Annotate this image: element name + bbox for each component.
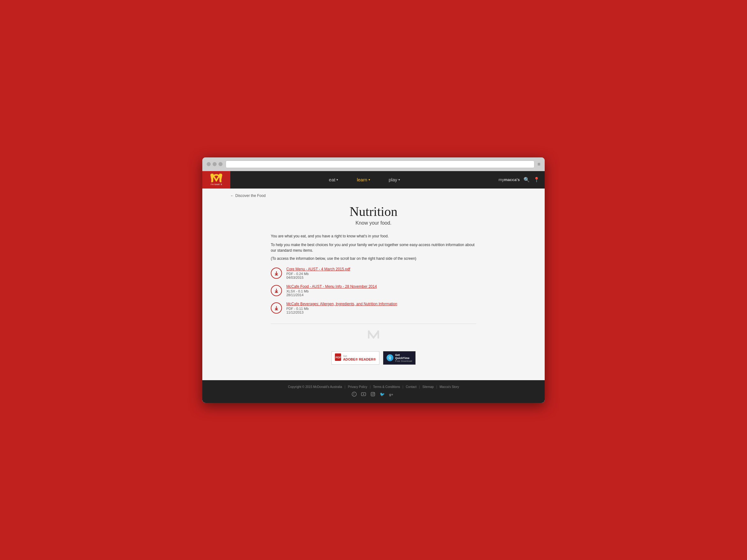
nav-item-eat[interactable]: eat ▾ xyxy=(329,177,338,182)
breadcrumb-arrow: ← xyxy=(230,193,234,198)
footer-link-sitemap[interactable]: Sitemap xyxy=(422,385,434,389)
adobe-text: Get ADOBE® READER® xyxy=(343,355,376,361)
nav-learn-chevron: ▾ xyxy=(368,178,370,181)
download-icon-1 xyxy=(271,268,282,279)
nav-play-label: play xyxy=(389,177,397,182)
quicktime-badge[interactable]: Q Get QuickTime Free Download xyxy=(383,351,415,365)
svg-point-14 xyxy=(374,393,375,393)
page-title: Nutrition xyxy=(230,204,517,219)
download-meta-3: PDF - 0.11 Mb 11/12/2013 xyxy=(286,307,397,314)
scroll-note: (To access the information below, use th… xyxy=(271,256,476,261)
download-link-1[interactable]: Core Menu - AUST - 4 March 2015.pdf xyxy=(286,267,350,271)
download-details-3: McCafe Beverages: Allergen, Ingredients,… xyxy=(286,302,397,314)
mymaccas-label[interactable]: mymacca's xyxy=(499,177,520,182)
location-icon[interactable]: 📍 xyxy=(534,177,540,183)
download-icon-2 xyxy=(271,285,282,296)
twitter-icon[interactable]: 🐦 xyxy=(380,392,385,398)
intro-text-1: You are what you eat, and you have a rig… xyxy=(271,233,476,239)
download-meta-2: XLSX - 0.1 Mb 28/11/2014 xyxy=(286,289,377,297)
address-bar[interactable] xyxy=(226,161,535,168)
mcdonalds-arches-svg xyxy=(210,174,222,182)
footer-copyright: Copyright © 2015 McDonald's Australia xyxy=(288,385,342,389)
adobe-main: ADOBE® READER® xyxy=(343,357,376,361)
nav-links: eat ▾ learn ▾ play ▾ xyxy=(230,171,499,189)
youtube-icon[interactable] xyxy=(361,392,366,398)
intro-text-2: To help you make the best choices for yo… xyxy=(271,242,476,253)
qt-main: QuickTime xyxy=(395,356,412,359)
download-meta-1: PDF - 0.24 Mb 04/03/2015 xyxy=(286,272,350,279)
nav-eat-label: eat xyxy=(329,177,336,182)
nav-right: mymacca's 🔍 📍 xyxy=(499,171,545,189)
footer-links: Copyright © 2015 McDonald's Australia | … xyxy=(207,385,540,389)
site-navigation: i'm lovin' it eat ▾ learn ▾ play ▾ myma xyxy=(202,171,545,189)
divider-arches xyxy=(271,324,476,345)
download-details-2: McCafe Food - AUST - Menu Info - 28 Nove… xyxy=(286,284,377,297)
download-link-2[interactable]: McCafe Food - AUST - Menu Info - 28 Nove… xyxy=(286,284,377,289)
browser-traffic-lights xyxy=(207,162,223,166)
quicktime-icon: Q xyxy=(387,354,393,361)
main-content: ← Discover the Food Nutrition Know your … xyxy=(202,189,545,380)
footer-link-privacy[interactable]: Privacy Policy xyxy=(348,385,367,389)
page-body: You are what you eat, and you have a rig… xyxy=(271,233,476,365)
breadcrumb-label: Discover the Food xyxy=(235,193,265,198)
adobe-icon: PDF xyxy=(335,353,341,363)
svg-marker-11 xyxy=(363,393,365,395)
page-header: Nutrition Know your food. xyxy=(230,204,517,226)
download-icon-3 xyxy=(271,302,282,314)
footer-social: f 🐦 g+ xyxy=(207,392,540,398)
footer-link-story[interactable]: Macca's Story xyxy=(439,385,459,389)
adobe-reader-badge[interactable]: PDF Get ADOBE® READER® xyxy=(332,351,379,365)
adobe-top: Get xyxy=(343,355,376,357)
download-details-1: Core Menu - AUST - 4 March 2015.pdf PDF … xyxy=(286,267,350,279)
footer-arches-svg xyxy=(367,330,380,339)
facebook-icon[interactable]: f xyxy=(352,392,357,398)
svg-text:g+: g+ xyxy=(389,393,393,396)
download-link-3[interactable]: McCafe Beverages: Allergen, Ingredients,… xyxy=(286,302,397,306)
instagram-icon[interactable] xyxy=(370,392,376,398)
logo[interactable]: i'm lovin' it xyxy=(202,171,230,189)
logo-tagline: i'm lovin' it xyxy=(211,183,222,186)
nav-eat-chevron: ▾ xyxy=(336,178,338,181)
maximize-dot[interactable] xyxy=(218,162,223,166)
nav-learn-label: learn xyxy=(357,177,367,182)
nav-item-learn[interactable]: learn ▾ xyxy=(357,177,370,182)
svg-text:PDF: PDF xyxy=(336,356,341,359)
page-subtitle: Know your food. xyxy=(230,220,517,226)
qt-text: Get QuickTime Free Download xyxy=(395,353,412,363)
footer-link-terms[interactable]: Terms & Conditions xyxy=(373,385,400,389)
nav-item-play[interactable]: play ▾ xyxy=(389,177,400,182)
download-arrow-icon-1 xyxy=(274,271,279,276)
svg-text:🐦: 🐦 xyxy=(380,392,385,397)
browser-menu-icon[interactable]: ≡ xyxy=(538,161,540,167)
svg-point-13 xyxy=(372,393,374,395)
site-content: i'm lovin' it eat ▾ learn ▾ play ▾ myma xyxy=(202,171,545,403)
qt-sub: Free Download xyxy=(395,359,412,363)
download-item-3: McCafe Beverages: Allergen, Ingredients,… xyxy=(271,302,476,314)
qt-top: Get xyxy=(395,353,412,356)
adobe-pdf-icon: PDF xyxy=(335,353,341,361)
close-dot[interactable] xyxy=(207,162,211,166)
footer-link-contact[interactable]: Contact xyxy=(406,385,416,389)
nav-play-chevron: ▾ xyxy=(398,178,400,181)
logo-inner: i'm lovin' it xyxy=(210,174,222,186)
search-icon[interactable]: 🔍 xyxy=(523,177,530,183)
breadcrumb[interactable]: ← Discover the Food xyxy=(230,193,517,198)
browser-window: ≡ i'm lovin' it xyxy=(202,157,545,403)
download-item-1: Core Menu - AUST - 4 March 2015.pdf PDF … xyxy=(271,267,476,279)
download-item-2: McCafe Food - AUST - Menu Info - 28 Nove… xyxy=(271,284,476,297)
svg-text:f: f xyxy=(354,393,355,396)
googleplus-icon[interactable]: g+ xyxy=(389,392,395,398)
download-arrow-icon-2 xyxy=(274,288,279,293)
download-arrow-icon-3 xyxy=(274,305,279,311)
minimize-dot[interactable] xyxy=(212,162,216,166)
browser-titlebar: ≡ xyxy=(202,157,545,171)
download-list: Core Menu - AUST - 4 March 2015.pdf PDF … xyxy=(271,267,476,314)
site-footer: Copyright © 2015 McDonald's Australia | … xyxy=(202,380,545,403)
reader-badges: PDF Get ADOBE® READER® Q Get QuickTime xyxy=(271,351,476,365)
